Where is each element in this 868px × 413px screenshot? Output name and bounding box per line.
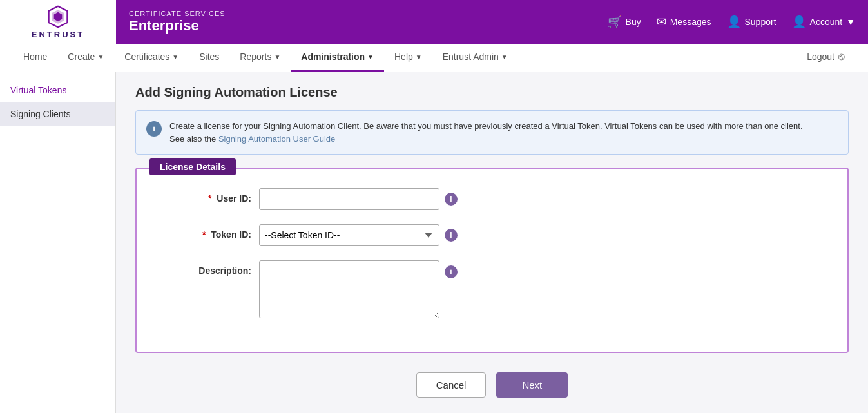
- user-id-control-wrap: i: [259, 188, 458, 210]
- nav-home[interactable]: Home: [13, 44, 57, 72]
- account-label: Account: [810, 17, 843, 27]
- account-chevron-icon: ▼: [846, 17, 855, 27]
- reports-chevron-icon: ▼: [274, 53, 280, 61]
- form-card-title: License Details: [149, 158, 236, 175]
- nav-bar: Home Create ▼ Certificates ▼ Sites Repor…: [0, 44, 868, 72]
- help-chevron-icon: ▼: [416, 53, 422, 61]
- buy-label: Buy: [626, 17, 641, 27]
- nav-reports[interactable]: Reports ▼: [229, 44, 291, 72]
- token-id-required-star: *: [202, 229, 206, 240]
- token-id-control-wrap: --Select Token ID-- i: [259, 224, 458, 246]
- account-link[interactable]: 👤 Account ▼: [792, 15, 855, 29]
- certificates-chevron-icon: ▼: [172, 53, 178, 61]
- user-id-label: * User ID:: [156, 188, 259, 204]
- cart-icon: 🛒: [608, 15, 622, 29]
- logo: ENTRUST: [32, 5, 84, 39]
- user-id-row: * User ID: i: [156, 188, 828, 210]
- logo-area: ENTRUST: [0, 0, 116, 44]
- content-area: Add Signing Automation License i Create …: [116, 72, 868, 413]
- description-label: Description:: [156, 260, 259, 276]
- description-row: Description: i: [156, 260, 828, 318]
- create-chevron-icon: ▼: [97, 53, 104, 61]
- nav-sites[interactable]: Sites: [189, 44, 229, 72]
- next-button[interactable]: Next: [496, 372, 568, 398]
- administration-chevron-icon: ▼: [367, 53, 374, 61]
- info-box-text: Create a license for your Signing Automa…: [169, 120, 803, 145]
- logout-label: Logout: [807, 52, 834, 62]
- account-icon: 👤: [792, 15, 806, 29]
- info-box: i Create a license for your Signing Auto…: [135, 110, 849, 155]
- token-id-label: * Token ID:: [156, 224, 259, 240]
- token-id-row: * Token ID: --Select Token ID-- i: [156, 224, 828, 246]
- buy-link[interactable]: 🛒 Buy: [608, 15, 641, 29]
- entrust-admin-chevron-icon: ▼: [501, 53, 508, 61]
- info-icon: i: [146, 121, 162, 137]
- messages-label: Messages: [670, 17, 711, 27]
- messages-icon: ✉: [657, 15, 666, 29]
- nav-certificates[interactable]: Certificates ▼: [114, 44, 189, 72]
- header-brand: CERTIFICATE SERVICES Enterprise: [129, 10, 608, 34]
- button-row: Cancel Next: [135, 366, 849, 410]
- token-id-select[interactable]: --Select Token ID--: [259, 224, 439, 246]
- nav-administration[interactable]: Administration ▼: [291, 44, 384, 72]
- token-id-info-badge[interactable]: i: [445, 229, 458, 242]
- service-name: CERTIFICATE SERVICES: [129, 10, 608, 17]
- main-layout: Virtual Tokens Signing Clients Add Signi…: [0, 72, 868, 413]
- top-header: ENTRUST CERTIFICATE SERVICES Enterprise …: [0, 0, 868, 44]
- user-id-info-badge[interactable]: i: [445, 193, 458, 206]
- nav-logout[interactable]: Logout ⎋: [796, 44, 855, 72]
- form-card: License Details * User ID: i * Token ID:: [135, 168, 849, 353]
- nav-help[interactable]: Help ▼: [384, 44, 432, 72]
- support-link[interactable]: 👤 Support: [727, 15, 776, 29]
- cancel-button[interactable]: Cancel: [416, 372, 487, 398]
- user-guide-link[interactable]: Signing Automation User Guide: [218, 134, 335, 144]
- description-textarea[interactable]: [259, 260, 439, 318]
- description-control-wrap: i: [259, 260, 458, 318]
- description-info-badge[interactable]: i: [445, 265, 458, 278]
- page-title: Add Signing Automation License: [135, 85, 849, 100]
- product-name: Enterprise: [129, 17, 608, 34]
- sidebar-item-signing-clients[interactable]: Signing Clients: [0, 102, 115, 126]
- user-id-required-star: *: [208, 193, 211, 204]
- nav-create[interactable]: Create ▼: [57, 44, 114, 72]
- user-id-input[interactable]: [259, 188, 439, 210]
- sidebar-item-virtual-tokens[interactable]: Virtual Tokens: [0, 79, 115, 102]
- header-actions: 🛒 Buy ✉ Messages 👤 Support 👤 Account ▼: [608, 15, 855, 29]
- entrust-logo-icon: [46, 5, 70, 28]
- support-label: Support: [745, 17, 776, 27]
- sidebar: Virtual Tokens Signing Clients: [0, 72, 116, 413]
- nav-entrust-admin[interactable]: Entrust Admin ▼: [432, 44, 518, 72]
- messages-link[interactable]: ✉ Messages: [657, 15, 711, 29]
- support-icon: 👤: [727, 15, 741, 29]
- logout-icon: ⎋: [838, 51, 845, 62]
